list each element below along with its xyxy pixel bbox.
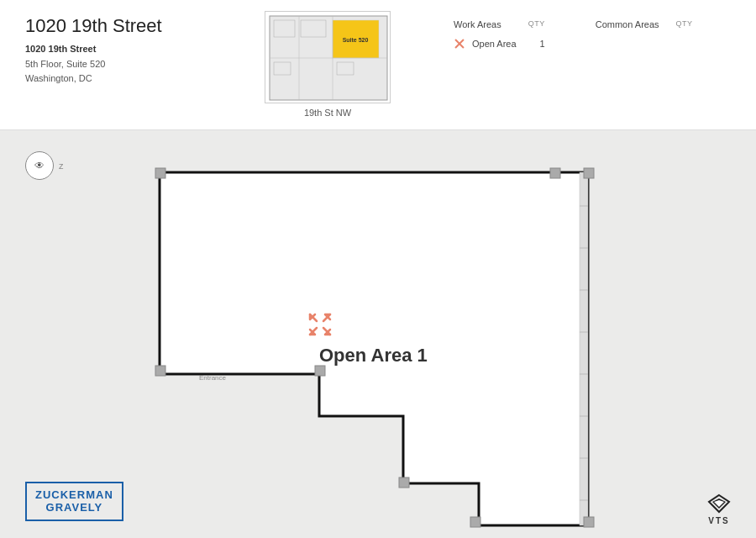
header-bar: 1020 19th Street 1020 19th Street 5th Fl… xyxy=(0,0,756,130)
entrance-label: Entrance xyxy=(199,374,226,382)
svg-text:Suite 520: Suite 520 xyxy=(343,37,369,43)
vts-icon xyxy=(707,493,731,514)
work-areas-label: Work Areas xyxy=(454,19,501,29)
floor-suite: 5th Floor, Suite 520 Washington, DC xyxy=(25,57,244,87)
compass-circle: 👁 xyxy=(25,151,54,180)
brand-logo-text: ZUCKERMAN GRAVELY xyxy=(35,488,113,514)
main-floorplan-area: 👁 z xyxy=(0,130,756,538)
thumbnail-container: Suite 520 19th St NW xyxy=(244,11,412,118)
svg-rect-23 xyxy=(584,517,594,527)
open-area-icon xyxy=(454,38,465,50)
expand-icon xyxy=(307,311,333,338)
street-label: 19th St NW xyxy=(304,108,351,118)
svg-rect-24 xyxy=(470,517,480,527)
work-areas-qty-label: QTY xyxy=(528,19,545,29)
svg-rect-25 xyxy=(399,477,409,488)
svg-rect-27 xyxy=(315,366,325,376)
svg-rect-20 xyxy=(155,168,165,178)
svg-rect-11 xyxy=(580,172,588,525)
eye-icon: 👁 xyxy=(34,160,45,171)
compass-label: z xyxy=(59,161,64,171)
svg-marker-10 xyxy=(160,172,588,525)
compass-control[interactable]: 👁 z xyxy=(25,151,64,180)
work-areas-section: Work Areas QTY Open Area 1 xyxy=(454,19,545,50)
building-subtitle: 1020 19th Street xyxy=(25,42,244,57)
floor-suite-text: 5th Floor, Suite 520 xyxy=(25,59,105,69)
legend-container: Work Areas QTY Open Area 1 Common Areas … xyxy=(454,15,731,50)
floorplan-svg xyxy=(151,164,596,534)
common-areas-qty-label: QTY xyxy=(676,19,693,29)
svg-rect-26 xyxy=(550,168,560,178)
open-area-qty: 1 xyxy=(523,39,545,49)
svg-rect-22 xyxy=(155,366,165,376)
vts-logo: VTS xyxy=(707,493,731,525)
building-info: 1020 19th Street 1020 19th Street 5th Fl… xyxy=(25,15,244,87)
open-area-legend-item: Open Area 1 xyxy=(454,38,545,50)
building-title: 1020 19th Street xyxy=(25,15,244,37)
city-text: Washington, DC xyxy=(25,73,92,83)
brand-logo: ZUCKERMAN GRAVELY xyxy=(25,482,123,521)
svg-rect-21 xyxy=(584,168,594,178)
floor-thumbnail: Suite 520 xyxy=(265,11,391,103)
floorplan-svg-container xyxy=(151,164,596,534)
open-area-name: Open Area xyxy=(472,39,517,49)
vts-text: VTS xyxy=(708,516,729,525)
common-areas-label: Common Areas xyxy=(596,19,659,29)
common-areas-section: Common Areas QTY xyxy=(596,19,693,50)
